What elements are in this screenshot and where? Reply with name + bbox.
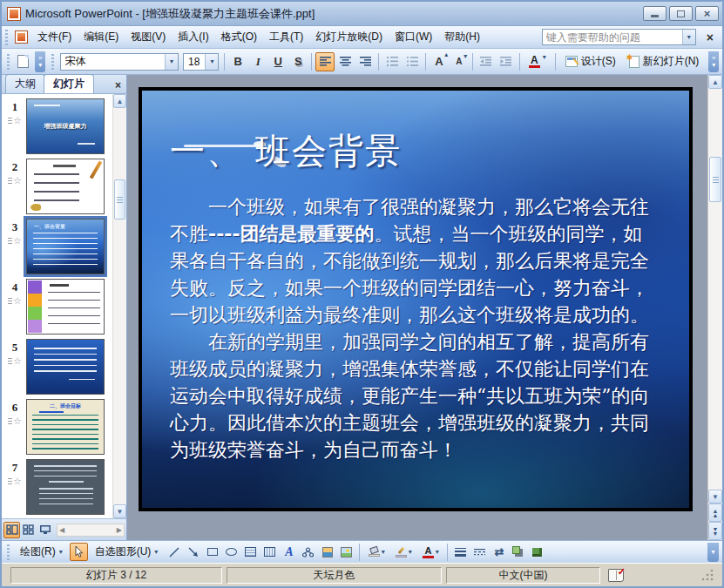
wordart-button[interactable]: A: [280, 543, 298, 561]
decrease-font-size-button[interactable]: A▼: [450, 52, 469, 71]
dash-style-button[interactable]: [470, 543, 489, 561]
spelling-check-icon[interactable]: ✓: [608, 569, 624, 582]
font-color-button[interactable]: A▾: [417, 543, 443, 561]
select-objects-button[interactable]: [70, 543, 88, 561]
line-tool-button[interactable]: [165, 543, 183, 561]
slide-thumbnail[interactable]: [26, 159, 105, 214]
minimize-button[interactable]: [643, 6, 666, 21]
line-style-button[interactable]: [451, 543, 470, 561]
draw-menu-button[interactable]: 绘图(R)▾: [14, 543, 69, 562]
slide-thumbnail[interactable]: 增强班级凝聚力: [26, 98, 105, 154]
tab-outline[interactable]: 大纲: [5, 74, 45, 93]
scroll-down-button[interactable]: ▼: [113, 504, 126, 518]
pane-scrollbar[interactable]: ▲ ▼: [112, 94, 126, 518]
slide-body-textbox[interactable]: 一个班级，如果有了很强的凝聚力，那么它将会无往不胜----团结是最重要的。试想，…: [170, 193, 651, 463]
slide-thumbnail[interactable]: [26, 279, 105, 335]
slide-workspace[interactable]: 一、 班会背景 一个班级，如果有了很强的凝聚力，那么它将会无往不胜----团结是…: [127, 75, 707, 540]
italic-button[interactable]: I: [248, 52, 267, 71]
new-presentation-button[interactable]: [13, 52, 32, 71]
bullet-list-button[interactable]: [403, 52, 422, 71]
scroll-up-button[interactable]: ▲: [113, 94, 126, 108]
new-slide-button[interactable]: ✱ 新幻灯片(N): [623, 52, 706, 71]
arrow-tool-button[interactable]: [184, 543, 202, 561]
numbered-list-button[interactable]: [382, 52, 402, 71]
shadow-style-button[interactable]: [509, 543, 527, 561]
chevron-down-icon[interactable]: ▾: [436, 548, 439, 556]
font-name-dropdown[interactable]: ▾: [165, 54, 178, 70]
main-scroll-thumb[interactable]: [709, 157, 721, 202]
pane-horizontal-scrollbar[interactable]: ◀ ▶: [57, 524, 125, 537]
increase-indent-button[interactable]: [497, 52, 516, 71]
toolbar-grip[interactable]: [51, 54, 54, 70]
toolbar-options-button[interactable]: »▾: [35, 51, 45, 72]
align-left-button[interactable]: [315, 52, 335, 71]
menu-format[interactable]: 格式(O): [215, 26, 263, 48]
normal-view-button[interactable]: [3, 522, 20, 538]
slide-thumbnail-item[interactable]: 5 ☆: [3, 339, 111, 395]
menu-app-icon[interactable]: [15, 30, 28, 44]
resize-grip-icon[interactable]: [702, 570, 714, 581]
toolbar-overflow-button[interactable]: ▾: [707, 543, 719, 562]
slide-thumbnail-item[interactable]: 2 ☆: [3, 159, 111, 214]
help-question-input[interactable]: [543, 31, 682, 44]
diagram-button[interactable]: [299, 543, 317, 561]
document-close-button[interactable]: ×: [701, 29, 719, 46]
menu-file[interactable]: 文件(F): [31, 26, 78, 48]
main-scroll-track[interactable]: [708, 89, 722, 490]
font-color-button[interactable]: A ▾: [524, 52, 551, 71]
slide-thumbnail-item[interactable]: 3 ☆ 一、班会背景: [3, 219, 111, 274]
menu-view[interactable]: 视图(V): [125, 26, 172, 48]
slide-canvas[interactable]: 一、 班会背景 一个班级，如果有了很强的凝聚力，那么它将会无往不胜----团结是…: [139, 87, 693, 511]
oval-tool-button[interactable]: [222, 543, 240, 561]
scroll-down-button[interactable]: ▼: [708, 490, 722, 504]
menu-help[interactable]: 帮助(H): [438, 26, 486, 48]
triangle-right-icon[interactable]: ▶: [117, 526, 122, 534]
slide-sorter-view-button[interactable]: [20, 522, 37, 538]
chevron-down-icon[interactable]: ▾: [543, 53, 546, 71]
toolbar-overflow-button[interactable]: »▾: [708, 51, 719, 72]
chevron-down-icon[interactable]: ▾: [409, 548, 412, 556]
fill-color-button[interactable]: ▾: [363, 543, 389, 561]
text-shadow-button[interactable]: S: [288, 52, 308, 71]
menu-tools[interactable]: 工具(T): [263, 26, 309, 48]
vertical-text-box-button[interactable]: [261, 543, 279, 561]
slide-thumbnail[interactable]: 一、班会背景: [26, 219, 105, 274]
bold-button[interactable]: B: [228, 52, 247, 71]
next-slide-button[interactable]: ▼▼: [708, 522, 722, 540]
chevron-down-icon[interactable]: ▾: [382, 548, 385, 556]
underline-button[interactable]: U: [268, 52, 288, 71]
slide-design-button[interactable]: 设计(S): [559, 52, 622, 71]
slide-title-textbox[interactable]: 一、 班会背景: [170, 127, 402, 175]
menu-slideshow[interactable]: 幻灯片放映(D): [309, 26, 389, 48]
menu-edit[interactable]: 编辑(E): [78, 26, 125, 48]
slideshow-view-button[interactable]: [37, 522, 53, 538]
font-size-dropdown[interactable]: ▾: [205, 54, 218, 70]
3d-style-button[interactable]: [528, 543, 546, 561]
restore-button[interactable]: [669, 6, 693, 21]
increase-font-size-button[interactable]: A▲: [430, 52, 449, 71]
toolbar-grip[interactable]: [6, 54, 10, 70]
font-name-combo[interactable]: 宋体 ▾: [60, 53, 179, 71]
pane-scroll-thumb[interactable]: [114, 179, 125, 220]
menu-insert[interactable]: 插入(I): [172, 26, 214, 48]
tab-slides[interactable]: 幻灯片: [44, 74, 94, 93]
slide-thumbnail[interactable]: [26, 459, 105, 515]
toolbar-grip[interactable]: [6, 544, 10, 560]
toolbar-grip[interactable]: [4, 30, 9, 45]
rectangle-tool-button[interactable]: [203, 543, 221, 561]
language-indicator[interactable]: 中文(中国): [446, 567, 600, 584]
align-center-button[interactable]: [335, 52, 355, 71]
slide-thumbnail-item[interactable]: 7 ☆: [3, 459, 111, 515]
slide-thumbnail[interactable]: 二、班会目标: [26, 399, 105, 455]
align-right-button[interactable]: [355, 52, 375, 71]
insert-picture-button[interactable]: [337, 543, 355, 561]
pane-scroll-track[interactable]: [113, 108, 126, 504]
arrow-style-button[interactable]: ⇄: [490, 543, 508, 561]
slide-thumbnail-item[interactable]: 4 ☆: [3, 279, 111, 335]
menu-window[interactable]: 窗口(W): [389, 26, 438, 48]
previous-slide-button[interactable]: ▲▲: [708, 504, 722, 522]
slide-thumbnail[interactable]: [26, 339, 105, 395]
triangle-left-icon[interactable]: ◀: [59, 526, 64, 534]
main-scrollbar[interactable]: ▲ ▼ ▲▲ ▼▼: [707, 75, 722, 540]
pane-close-button[interactable]: ×: [112, 79, 125, 93]
